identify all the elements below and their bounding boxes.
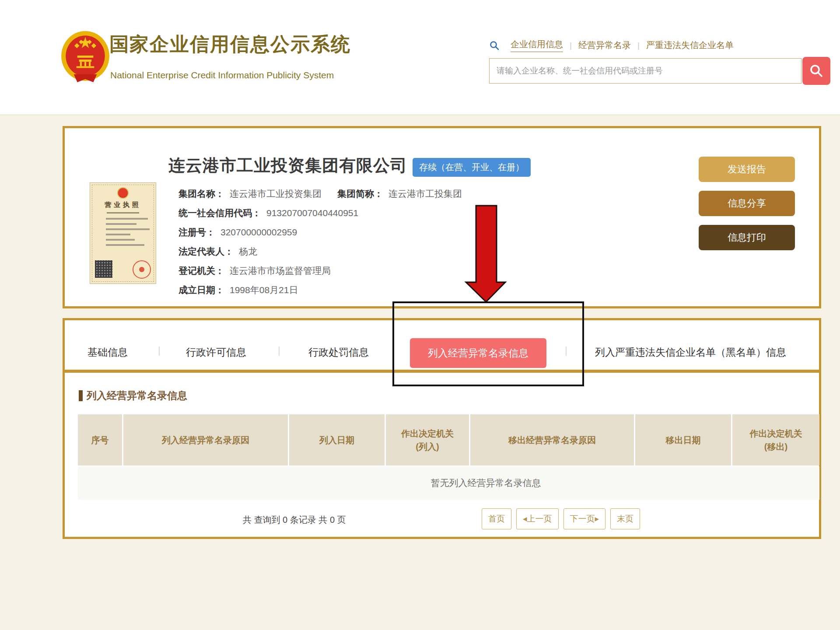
column-header-text: 序号 — [80, 434, 119, 447]
nav-link-enterprise-credit[interactable]: 企业信用信息 — [511, 38, 563, 52]
field-label: 法定代表人： — [178, 245, 234, 258]
column-header-index: 序号 — [78, 414, 122, 466]
field-row-legal-representative: 法定代表人： 杨龙 — [178, 242, 462, 261]
national-emblem-logo — [60, 31, 110, 84]
section-marker-icon — [79, 390, 83, 401]
print-info-button[interactable]: 信息打印 — [699, 225, 795, 250]
field-label: 成立日期： — [178, 284, 224, 296]
send-report-button[interactable]: 发送报告 — [699, 157, 795, 182]
column-header-text: 作出决定机关 — [735, 427, 817, 440]
search-button-magnifier-icon — [809, 63, 824, 78]
nav-link-illegal-blacklist[interactable]: 严重违法失信企业名单 — [646, 39, 734, 51]
license-text-line — [106, 223, 136, 225]
field-row-registration-number: 注册号： 320700000002959 — [178, 223, 462, 242]
license-subtitle-line — [107, 212, 139, 214]
license-text-line — [106, 244, 144, 246]
page: 国家企业信用信息公示系统 National Enterprise Credit … — [0, 0, 840, 630]
search-icon — [489, 40, 500, 51]
nav-link-abnormal-list[interactable]: 经营异常名录 — [578, 39, 631, 51]
field-value: 连云港市工业投资集团 — [230, 188, 322, 200]
table-empty-row: 暂无列入经营异常名录信息 — [78, 466, 819, 500]
search-input[interactable] — [489, 58, 802, 84]
site-title: 国家企业信用信息公示系统 — [109, 32, 351, 57]
tab-separator: | — [278, 345, 280, 356]
field-label: 注册号： — [178, 226, 215, 238]
license-text-line — [106, 228, 150, 230]
license-qr-code — [95, 260, 112, 278]
field-row-credit-code: 统一社会信用代码： 913207007040440951 — [178, 203, 462, 223]
field-value: 杨龙 — [239, 245, 257, 258]
field-label: 统一社会信用代码： — [178, 207, 261, 219]
field-value: 连云港市工投集团 — [388, 188, 462, 200]
section-title: 列入经营异常名录信息 — [79, 389, 187, 402]
license-text-line — [106, 239, 135, 241]
site-subtitle: National Enterprise Credit Information P… — [110, 70, 334, 80]
tab-basic-info[interactable]: 基础信息 — [88, 346, 128, 359]
column-header-subtext: (列入) — [388, 440, 466, 453]
field-label: 集团名称： — [178, 188, 224, 200]
table-header-row: 序号 列入经营异常名录原因 列入日期 作出决定机关 (列入) 移出经营异常名录原… — [78, 414, 819, 466]
business-license-image: 营业执照 — [90, 182, 156, 284]
license-text-line — [106, 218, 148, 220]
search-bar — [489, 57, 835, 86]
nav-separator: | — [637, 41, 640, 50]
pagination-summary: 共 查询到 0 条记录 共 0 页 — [243, 514, 346, 526]
highlight-rectangle-annotation — [392, 301, 584, 386]
pagination-controls: 首页 ◂上一页 下一页▸ 末页 — [482, 508, 640, 529]
license-red-seal — [133, 260, 151, 279]
red-arrow-annotation — [464, 204, 508, 304]
pagination-first-button[interactable]: 首页 — [482, 508, 511, 529]
field-value: 1998年08月21日 — [230, 284, 298, 296]
column-header-removal-reason: 移出经营异常名录原因 — [470, 414, 634, 466]
company-action-buttons: 发送报告 信息分享 信息打印 — [699, 157, 795, 250]
field-label: 集团简称： — [337, 188, 383, 200]
company-status-badge: 存续（在营、开业、在册） — [413, 158, 531, 177]
column-header-text: 列入日期 — [292, 434, 382, 447]
column-header-inclusion-reason: 列入经营异常名录原因 — [123, 414, 288, 466]
license-emblem-icon — [117, 187, 129, 199]
abnormal-list-table: 序号 列入经营异常名录原因 列入日期 作出决定机关 (列入) 移出经营异常名录原… — [77, 413, 821, 500]
field-row-establishment-date: 成立日期： 1998年08月21日 — [178, 280, 462, 300]
pagination-prev-button[interactable]: ◂上一页 — [516, 508, 559, 529]
pagination-next-button[interactable]: 下一页▸ — [564, 508, 606, 529]
column-header-subtext: (移出) — [735, 440, 817, 453]
column-header-text: 列入经营异常名录原因 — [126, 434, 285, 447]
field-row-registration-authority: 登记机关： 连云港市市场监督管理局 — [178, 261, 462, 280]
company-name: 连云港市工业投资集团有限公司 — [168, 154, 407, 177]
field-row-group-name: 集团名称： 连云港市工业投资集团 集团简称： 连云港市工投集团 — [178, 184, 462, 203]
company-info-card: 营业执照 连云港市工业投资集团有限公司 存续（在营、开业、在册） 集团名称： 连… — [63, 126, 821, 308]
column-header-deciding-authority-inclusion: 作出决定机关 (列入) — [386, 414, 469, 466]
tab-separator: | — [158, 345, 161, 356]
nav-separator: | — [570, 41, 572, 50]
top-navigation: 企业信用信息 | 经营异常名录 | 严重违法失信企业名单 — [489, 38, 740, 52]
license-text-line — [106, 234, 130, 235]
section-title-text: 列入经营异常名录信息 — [87, 389, 187, 402]
column-header-removal-date: 移出日期 — [635, 414, 731, 466]
field-value: 连云港市市场监督管理局 — [230, 265, 331, 277]
field-value: 913207007040440951 — [266, 208, 358, 218]
column-header-text: 移出日期 — [638, 434, 728, 447]
column-header-text: 移出经营异常名录原因 — [473, 434, 631, 447]
column-header-inclusion-date: 列入日期 — [289, 414, 385, 466]
tab-blacklist-info[interactable]: 列入严重违法失信企业名单（黑名单）信息 — [595, 346, 786, 359]
empty-state-text: 暂无列入经营异常名录信息 — [78, 466, 819, 500]
search-button[interactable] — [802, 57, 830, 85]
license-title: 营业执照 — [94, 201, 151, 209]
column-header-text: 作出决定机关 — [388, 427, 466, 440]
tab-admin-penalty-info[interactable]: 行政处罚信息 — [308, 346, 369, 359]
company-fields: 集团名称： 连云港市工业投资集团 集团简称： 连云港市工投集团 统一社会信用代码… — [178, 184, 462, 300]
pagination-last-button[interactable]: 末页 — [610, 508, 640, 529]
tab-admin-license-info[interactable]: 行政许可信息 — [186, 346, 246, 359]
field-value: 320700000002959 — [220, 227, 297, 238]
share-info-button[interactable]: 信息分享 — [699, 191, 795, 216]
field-label: 登记机关： — [178, 265, 224, 277]
column-header-deciding-authority-removal: 作出决定机关 (移出) — [732, 414, 819, 466]
